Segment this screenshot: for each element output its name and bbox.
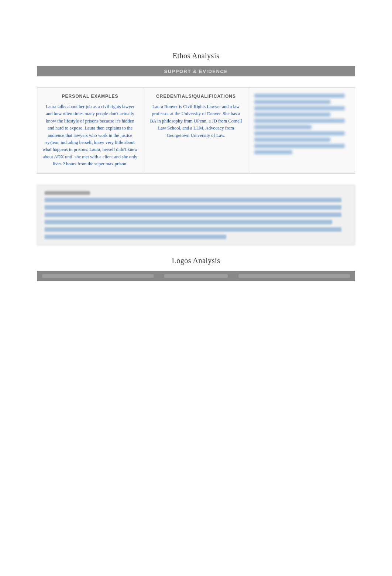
blurred-line-4 [254,113,330,117]
credentials-column: CREDENTIALS/QUALIFICATIONS Laura Ronver … [143,88,249,173]
logos-header-bar [37,271,355,281]
blurred-line-6 [254,125,312,129]
blurred-bottom-line-3 [45,213,341,217]
blurred-bottom-lines [45,191,347,239]
blurred-bottom-line-1 [45,198,341,202]
blurred-line-3 [254,106,345,110]
logos-bar-left [42,274,154,278]
support-evidence-bar: SUPPORT & EVIDENCE [37,66,355,76]
blurred-line-5 [254,119,345,123]
blurred-line-7 [254,131,345,135]
page-container: Ethos Analysis SUPPORT & EVIDENCE PERSON… [0,0,392,576]
blurred-line-8 [254,138,330,142]
personal-examples-column: PERSONAL EXAMPLES Laura talks about her … [37,88,143,173]
credentials-header: CREDENTIALS/QUALIFICATIONS [148,94,244,99]
logos-bar-right [238,274,350,278]
blurred-lines [254,94,350,154]
blurred-bottom-line-2 [45,205,341,210]
blurred-line-2 [254,100,330,104]
blurred-bottom-line-5 [45,227,341,232]
blurred-column [249,88,355,173]
ethos-columns: PERSONAL EXAMPLES Laura talks about her … [37,87,355,174]
blurred-content [254,94,350,154]
logos-bar-center [164,274,228,278]
blurred-bottom-label [45,191,90,195]
blurred-line-9 [254,144,345,148]
blurred-bottom-line-4 [45,220,332,224]
blurred-bottom-line-6 [45,235,226,239]
personal-examples-header: PERSONAL EXAMPLES [42,94,138,99]
bottom-blurred-section [37,185,355,245]
credentials-text: Laura Ronver is Civil Rights Lawyer and … [148,103,244,139]
support-evidence-label: SUPPORT & EVIDENCE [164,69,228,74]
ethos-title: Ethos Analysis [37,52,355,60]
logos-title: Logos Analysis [37,256,355,265]
blurred-line-1 [254,94,345,98]
personal-examples-text: Laura talks about her job as a civil rig… [42,103,138,168]
blurred-line-10 [254,150,292,154]
